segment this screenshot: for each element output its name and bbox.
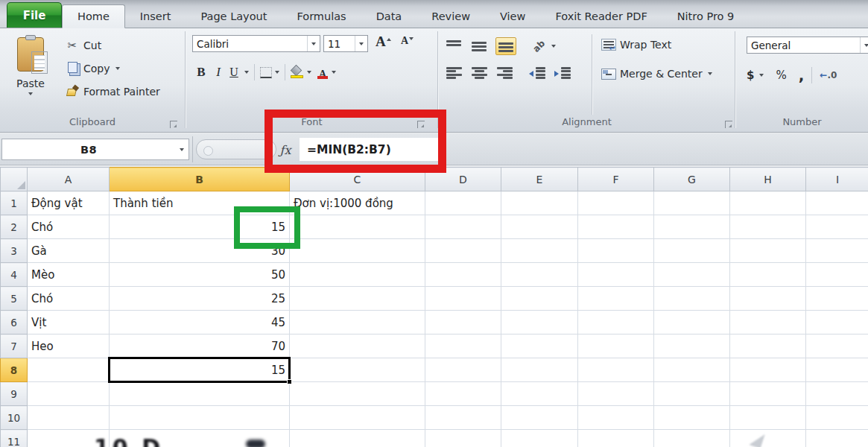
tab-formulas[interactable]: Formulas — [282, 5, 361, 28]
paste-dropdown-arrow[interactable] — [28, 92, 33, 95]
comma-format-button[interactable]: , — [799, 72, 805, 79]
cell-C1[interactable]: Đơn vị:1000 đồng — [290, 191, 425, 215]
font-name-dropdown[interactable] — [307, 36, 316, 51]
font-size-value: 11 — [328, 38, 340, 50]
bold-button[interactable]: B — [192, 65, 210, 80]
merge-center-icon — [601, 69, 616, 80]
tab-review[interactable]: Review — [416, 5, 485, 28]
font-name-value: Calibri — [197, 38, 229, 50]
increase-decimal-button[interactable]: ←.0 — [820, 70, 837, 80]
font-size-dropdown[interactable] — [355, 36, 364, 51]
row-header-1[interactable]: 1 — [1, 191, 28, 215]
col-header-E[interactable]: E — [501, 168, 578, 191]
cell-A3[interactable]: Gà — [28, 239, 110, 263]
row-2: 2 Chó 15 — [1, 215, 868, 239]
font-color-dropdown[interactable] — [332, 71, 336, 74]
cell-A8[interactable] — [28, 358, 110, 382]
selected-cell-border-B8[interactable] — [108, 357, 291, 383]
font-color-button[interactable]: A — [317, 66, 336, 79]
col-header-H[interactable]: H — [730, 168, 806, 191]
col-header-I[interactable]: I — [806, 168, 868, 191]
copy-icon — [64, 62, 80, 75]
alignment-dialog-launcher[interactable] — [725, 121, 732, 128]
align-left-button[interactable] — [446, 67, 462, 79]
row-header-6[interactable]: 6 — [1, 311, 28, 335]
col-header-A[interactable]: A — [28, 168, 110, 191]
cell-B6[interactable]: 45 — [110, 311, 290, 335]
row-header-10[interactable]: 10 — [1, 406, 28, 430]
middle-align-button[interactable] — [472, 40, 487, 52]
row-9: 9 — [1, 382, 868, 406]
paste-button[interactable]: Paste — [9, 34, 52, 113]
name-box[interactable]: B8 — [1, 139, 189, 160]
cell-A5[interactable]: Chó — [28, 287, 110, 311]
row-header-7[interactable]: 7 — [1, 335, 28, 358]
ribbon-tab-bar: File Home Insert Page Layout Formulas Da… — [0, 0, 868, 28]
currency-format-button[interactable]: $ — [747, 69, 754, 82]
underline-button[interactable]: U — [226, 66, 241, 79]
row-header-9[interactable]: 9 — [1, 382, 28, 406]
wrap-text-button[interactable]: ↩ Wrap Text — [601, 39, 671, 51]
fill-handle[interactable] — [287, 379, 292, 384]
font-name-combo[interactable]: Calibri — [192, 35, 320, 52]
tab-insert[interactable]: Insert — [125, 5, 186, 28]
tab-foxit-reader-pdf[interactable]: Foxit Reader PDF — [540, 5, 662, 28]
cell-A1[interactable]: Động vật — [28, 191, 110, 215]
number-format-combo[interactable]: General — [747, 37, 868, 54]
row-header-2[interactable]: 2 — [1, 215, 28, 239]
align-center-button[interactable] — [472, 67, 487, 79]
currency-dropdown[interactable] — [759, 74, 764, 77]
cell-B4[interactable]: 50 — [110, 263, 290, 287]
green-annotation-box — [234, 206, 300, 249]
fill-color-dropdown[interactable] — [307, 71, 311, 74]
tab-file[interactable]: File — [7, 2, 62, 28]
cell-A4[interactable]: Mèo — [28, 263, 110, 287]
borders-dropdown[interactable] — [275, 71, 279, 74]
grow-font-button[interactable]: A — [376, 34, 391, 48]
cell-A7[interactable]: Heo — [28, 335, 110, 358]
name-box-value: B8 — [2, 144, 175, 156]
fill-color-button[interactable] — [291, 66, 311, 78]
tab-data[interactable]: Data — [361, 5, 417, 28]
row-6: 6 Vịt 45 — [1, 311, 868, 335]
cell-B7[interactable]: 70 — [110, 335, 290, 358]
format-painter-button[interactable]: Format Painter — [64, 82, 160, 101]
row-header-8-highlighted[interactable]: 8 — [1, 358, 28, 382]
cell-A6[interactable]: Vịt — [28, 311, 110, 335]
col-header-B-highlighted[interactable]: B — [110, 168, 290, 191]
clipboard-dialog-launcher[interactable] — [170, 121, 177, 128]
increase-indent-button[interactable] — [554, 67, 571, 79]
cut-button[interactable]: ✂ Cut — [64, 36, 160, 55]
row-7: 7 Heo 70 — [1, 335, 868, 358]
row-header-4[interactable]: 4 — [1, 263, 28, 287]
orientation-dropdown[interactable] — [551, 45, 556, 48]
borders-icon[interactable] — [260, 67, 272, 78]
shrink-font-button[interactable]: A — [401, 36, 414, 46]
cell-B5[interactable]: 25 — [110, 287, 290, 311]
tab-page-layout[interactable]: Page Layout — [186, 5, 282, 28]
copy-button[interactable]: Copy — [64, 59, 160, 78]
tab-nitro-pro-9[interactable]: Nitro Pro 9 — [662, 5, 750, 28]
row-header-3[interactable]: 3 — [1, 239, 28, 263]
top-align-button[interactable] — [446, 40, 461, 52]
align-right-button[interactable] — [497, 67, 513, 79]
row-5: 5 Chó 25 — [1, 287, 868, 311]
merge-center-button[interactable]: Merge & Center — [601, 68, 712, 80]
decrease-indent-button[interactable] — [529, 67, 545, 79]
orientation-icon[interactable]: ab — [530, 38, 547, 54]
bottom-align-button-selected[interactable] — [495, 37, 516, 55]
underline-dropdown[interactable] — [244, 71, 249, 74]
col-header-G[interactable]: G — [654, 168, 730, 191]
font-size-combo[interactable]: 11 — [323, 35, 368, 52]
name-box-dropdown[interactable] — [175, 139, 189, 159]
tab-home[interactable]: Home — [62, 4, 125, 28]
percent-format-button[interactable]: % — [776, 69, 786, 82]
col-header-F[interactable]: F — [578, 168, 654, 191]
tab-view[interactable]: View — [485, 5, 540, 28]
italic-button[interactable]: I — [210, 65, 226, 80]
select-all-corner[interactable] — [1, 168, 28, 191]
row-header-5[interactable]: 5 — [1, 287, 28, 311]
number-format-dropdown[interactable] — [860, 37, 868, 53]
row-header-11[interactable]: 11 — [1, 430, 28, 447]
cell-A2[interactable]: Chó — [28, 215, 110, 239]
